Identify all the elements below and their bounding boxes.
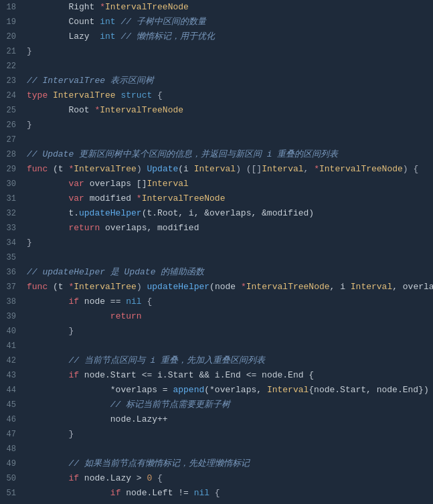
- line-number: 52: [0, 501, 24, 504]
- line-number: 22: [0, 60, 24, 73]
- line-number: 47: [0, 428, 24, 441]
- line-content: func (t *IntervalTree) updateHelper(node…: [24, 280, 433, 294]
- line-content: Count int // 子树中区间的数量: [24, 15, 433, 29]
- line-content: }: [24, 45, 433, 58]
- line-number: 48: [0, 442, 24, 456]
- token: if: [68, 473, 79, 483]
- token: Lazy: [27, 31, 100, 41]
- code-line: 49 // 如果当前节点有懒惰标记，先处理懒惰标记: [0, 456, 433, 471]
- line-content: if node.Left != nil {: [24, 487, 433, 500]
- line-number: 40: [0, 325, 24, 338]
- token: *: [241, 282, 246, 292]
- token: *: [100, 2, 105, 12]
- line-number: 29: [0, 163, 24, 176]
- code-line: 34}: [0, 236, 433, 250]
- line-content: return overlaps, modified: [24, 222, 433, 235]
- token: {: [142, 297, 153, 307]
- line-content: }: [24, 325, 433, 338]
- line-number: 32: [0, 207, 24, 220]
- code-line: 21}: [0, 44, 433, 59]
- token: , i: [330, 282, 351, 292]
- line-content: }: [24, 236, 433, 250]
- token: // updateHelper 是 Update 的辅助函数: [27, 267, 204, 277]
- code-line: 37func (t *IntervalTree) updateHelper(no…: [0, 280, 433, 295]
- token: IntervalTree: [74, 282, 137, 292]
- line-number: 30: [0, 177, 24, 191]
- line-number: 21: [0, 45, 24, 58]
- token: ,: [304, 164, 315, 174]
- code-line: 48: [0, 442, 433, 456]
- code-line: 47 }: [0, 427, 433, 442]
- code-line: 52 node.Left.Count += node.Lazy: [0, 501, 433, 504]
- line-number: 37: [0, 280, 24, 294]
- line-number: 45: [0, 398, 24, 412]
- token: modified: [84, 193, 137, 203]
- token: // 标记当前节点需要更新子树: [27, 400, 230, 410]
- token: struct: [120, 90, 152, 100]
- token: , overlaps *[]: [392, 282, 433, 292]
- token: (i: [178, 164, 193, 174]
- code-line: 31 var modified *IntervalTreeNode: [0, 191, 433, 206]
- token: *: [137, 193, 142, 203]
- token: var: [68, 179, 84, 189]
- line-number: 28: [0, 148, 24, 161]
- token: [27, 179, 68, 189]
- token: ) {: [403, 164, 418, 174]
- token: [27, 297, 68, 307]
- token: ) ([]: [236, 164, 262, 174]
- token: }: [27, 120, 32, 130]
- token: func: [27, 282, 48, 292]
- token: [27, 223, 68, 233]
- token: [27, 488, 110, 498]
- line-content: Lazy int // 懒惰标记，用于优化: [24, 30, 433, 44]
- code-line: 33 return overlaps, modified: [0, 221, 433, 236]
- token: nil: [126, 297, 141, 307]
- token: ): [137, 164, 147, 174]
- line-content: *overlaps = append(*overlaps, Interval{n…: [24, 384, 433, 397]
- token: Root: [27, 105, 94, 115]
- line-number: 34: [0, 236, 24, 250]
- code-line: 30 var overlaps []Interval: [0, 177, 433, 191]
- token: Interval: [262, 164, 303, 174]
- token: (t: [48, 282, 68, 292]
- token: Count: [27, 17, 100, 27]
- line-content: }: [24, 118, 433, 132]
- token: }: [27, 326, 74, 336]
- token: if: [110, 488, 121, 498]
- token: Interval: [351, 282, 392, 292]
- code-line: 23// IntervalTree 表示区间树: [0, 74, 433, 88]
- line-number: 35: [0, 251, 24, 264]
- line-content: // IntervalTree 表示区间树: [24, 74, 433, 88]
- line-number: 46: [0, 413, 24, 426]
- line-number: 39: [0, 310, 24, 323]
- code-line: 36// updateHelper 是 Update 的辅助函数: [0, 265, 433, 280]
- line-number: 18: [0, 1, 24, 14]
- line-number: 43: [0, 369, 24, 382]
- token: overlaps []: [84, 179, 147, 189]
- line-number: 23: [0, 74, 24, 88]
- token: IntervalTreeNode: [142, 193, 226, 203]
- code-line: 44 *overlaps = append(*overlaps, Interva…: [0, 383, 433, 398]
- code-line: 25 Root *IntervalTreeNode: [0, 103, 433, 118]
- token: *: [314, 164, 319, 174]
- line-content: node.Lazy++: [24, 413, 433, 426]
- line-number: 31: [0, 192, 24, 205]
- token: nil: [194, 488, 209, 498]
- token: // Update 更新区间树中某个区间的信息，并返回与新区间 i 重叠的区间列…: [27, 149, 338, 159]
- line-content: var overlaps []Interval: [24, 177, 433, 191]
- line-content: // Update 更新区间树中某个区间的信息，并返回与新区间 i 重叠的区间列…: [24, 148, 433, 161]
- line-number: 26: [0, 118, 24, 132]
- token: Update: [147, 164, 178, 174]
- line-content: Right *IntervalTreeNode: [24, 1, 433, 14]
- code-line: 26}: [0, 118, 433, 133]
- token: node.Left !=: [120, 488, 193, 498]
- code-line: 27: [0, 133, 433, 147]
- code-line: 40 }: [0, 324, 433, 339]
- token: if: [68, 297, 79, 307]
- line-content: // 当前节点区间与 i 重叠，先加入重叠区间列表: [24, 354, 433, 367]
- code-line: 24type IntervalTree struct {: [0, 88, 433, 103]
- line-content: node.Left.Count += node.Lazy: [24, 501, 433, 504]
- line-content: // updateHelper 是 Update 的辅助函数: [24, 266, 433, 279]
- token: // 如果当前节点有懒惰标记，先处理懒惰标记: [27, 458, 250, 469]
- token: return: [110, 311, 142, 321]
